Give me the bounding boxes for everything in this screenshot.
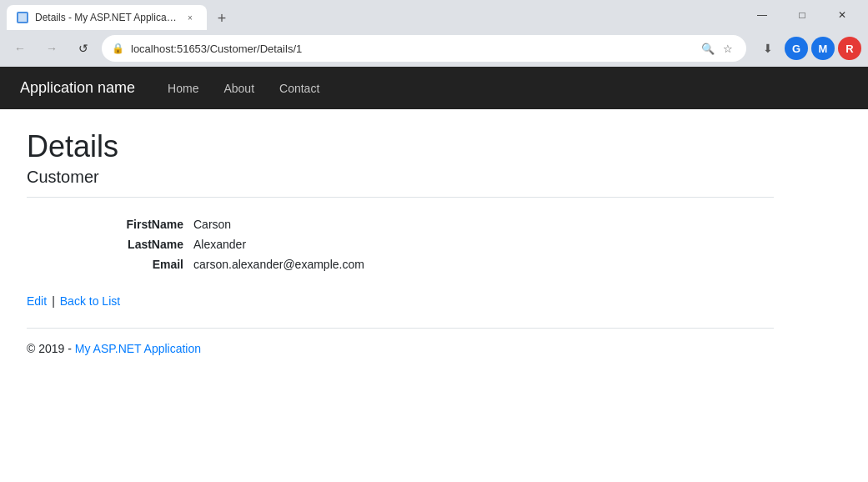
minimize-button[interactable]: — [743, 3, 781, 28]
search-icon[interactable]: 🔍 [700, 40, 716, 57]
title-bar: Details - My ASP.NET Application × + — □… [0, 0, 868, 30]
app-brand[interactable]: Application name [20, 79, 135, 97]
avatar-g[interactable]: G [785, 37, 808, 60]
webpage: Application name Home About Contact Deta… [0, 67, 868, 482]
email-label: Email [110, 258, 193, 271]
back-button[interactable]: ← [7, 35, 33, 62]
tab-title: Details - My ASP.NET Application [35, 12, 177, 23]
tab-close-button[interactable]: × [183, 11, 197, 24]
browser-tab[interactable]: Details - My ASP.NET Application × [7, 5, 207, 30]
lastname-label: LastName [110, 238, 193, 251]
address-bar: ← → ↺ 🔒 localhost:51653/Customer/Details… [0, 30, 868, 67]
browser-icons: ⬇ G M R [755, 35, 861, 62]
table-row: Email carson.alexander@example.com [110, 254, 774, 274]
action-separator: | [52, 294, 55, 308]
refresh-button[interactable]: ↺ [70, 35, 97, 62]
action-links: Edit | Back to List [27, 294, 774, 308]
download-icon[interactable]: ⬇ [755, 35, 781, 62]
lock-icon: 🔒 [112, 43, 124, 54]
lastname-value: Alexander [193, 238, 246, 251]
footer: © 2019 - My ASP.NET Application [27, 342, 774, 355]
svg-rect-0 [18, 13, 27, 22]
url-icons: 🔍 ☆ [700, 40, 736, 57]
firstname-value: Carson [193, 218, 231, 231]
top-divider [27, 197, 774, 198]
maximize-button[interactable]: □ [783, 3, 821, 28]
new-tab-button[interactable]: + [210, 7, 233, 30]
app-navbar: Application name Home About Contact [0, 67, 868, 109]
firstname-label: FirstName [110, 218, 193, 231]
browser-window: Details - My ASP.NET Application × + — □… [0, 0, 868, 482]
nav-links: Home About Contact [155, 68, 332, 108]
nav-link-home[interactable]: Home [155, 68, 211, 108]
close-button[interactable]: ✕ [823, 3, 861, 28]
url-bar[interactable]: 🔒 localhost:51653/Customer/Details/1 🔍 ☆ [102, 35, 746, 62]
window-controls: — □ ✕ [743, 3, 861, 28]
avatar-r[interactable]: R [838, 37, 861, 60]
forward-button[interactable]: → [38, 35, 65, 62]
detail-table: FirstName Carson LastName Alexander Emai… [110, 214, 774, 274]
footer-divider [27, 328, 774, 329]
bookmark-icon[interactable]: ☆ [720, 40, 736, 57]
tab-area: Details - My ASP.NET Application × + [7, 0, 733, 30]
main-content: Details Customer FirstName Carson LastNa… [0, 109, 800, 375]
edit-link[interactable]: Edit [27, 294, 47, 308]
email-value: carson.alexander@example.com [193, 258, 364, 271]
nav-link-contact[interactable]: Contact [267, 68, 332, 108]
footer-copyright: © 2019 - [27, 342, 75, 355]
page-title: Details [27, 129, 774, 164]
back-to-list-link[interactable]: Back to List [60, 294, 120, 308]
footer-link[interactable]: My ASP.NET Application [75, 342, 201, 355]
url-text: localhost:51653/Customer/Details/1 [131, 43, 693, 55]
avatar-m[interactable]: M [811, 37, 835, 60]
table-row: LastName Alexander [110, 234, 774, 254]
table-row: FirstName Carson [110, 214, 774, 234]
page-subtitle: Customer [27, 168, 774, 187]
tab-favicon [17, 12, 28, 23]
nav-link-about[interactable]: About [211, 68, 267, 108]
